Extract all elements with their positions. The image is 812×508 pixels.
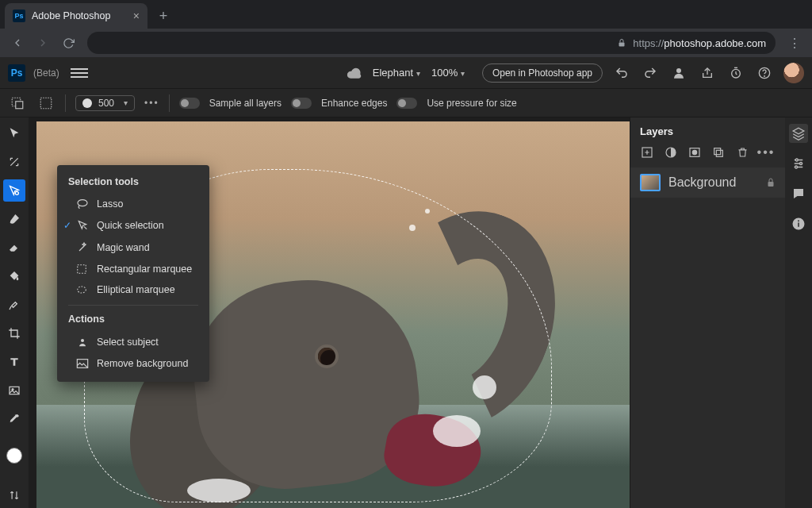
layers-tab-icon[interactable]: [789, 124, 808, 143]
crop-tool[interactable]: [3, 322, 25, 344]
svg-rect-6: [16, 101, 23, 108]
enhance-edges-label: Enhance edges: [321, 98, 387, 109]
browser-menu-icon[interactable]: ⋮: [783, 32, 806, 54]
flyout-item-lasso[interactable]: Lasso: [57, 194, 209, 214]
more-options-icon[interactable]: •••: [144, 98, 159, 109]
enhance-edges-toggle[interactable]: [291, 98, 312, 109]
svg-rect-7: [40, 98, 52, 109]
elliptical-marquee-icon: [76, 284, 89, 295]
svg-point-14: [81, 339, 84, 342]
flyout-action-remove-background[interactable]: Remove background: [57, 353, 209, 374]
add-layer-icon[interactable]: [640, 145, 654, 160]
layer-thumbnail: [640, 174, 661, 191]
sample-all-layers-toggle[interactable]: [179, 98, 200, 109]
brush-size-value: 500: [98, 98, 114, 109]
brush-size-control[interactable]: 500 ▾: [75, 95, 135, 111]
main-menu-button[interactable]: [71, 68, 88, 78]
forward-button[interactable]: [32, 32, 54, 54]
reload-button[interactable]: [57, 32, 79, 54]
eraser-tool[interactable]: [3, 237, 25, 259]
place-image-tool[interactable]: [3, 379, 25, 402]
group-icon[interactable]: [711, 145, 726, 160]
lock-icon: [617, 38, 626, 48]
flyout-item-quick-selection[interactable]: ✓ Quick selection: [57, 214, 209, 237]
fill-tool[interactable]: [3, 265, 25, 287]
brush-preview-icon: [82, 98, 92, 108]
browser-toolbar: https://photoshop.adobe.com ⋮: [0, 29, 812, 57]
svg-point-25: [795, 166, 798, 168]
url-scheme: https://: [633, 37, 664, 49]
browser-tab[interactable]: Ps Adobe Photoshop ×: [5, 3, 147, 29]
svg-point-23: [795, 159, 798, 161]
beta-label: (Beta): [33, 67, 59, 79]
user-avatar[interactable]: [783, 63, 804, 83]
open-in-app-button[interactable]: Open in Photoshop app: [482, 64, 603, 83]
selection-tool[interactable]: [3, 179, 25, 202]
svg-point-4: [764, 75, 765, 76]
divider: [65, 94, 66, 112]
brush-tool[interactable]: [3, 208, 25, 230]
flyout-action-label: Select subject: [97, 337, 159, 348]
layer-row-background[interactable]: Background: [630, 167, 785, 198]
flyout-item-magic-wand[interactable]: Magic wand: [57, 237, 209, 259]
document-controls: Elephant▾ 100%▾: [347, 67, 465, 79]
swap-colors-icon[interactable]: [3, 484, 25, 506]
divider: [169, 94, 170, 112]
delete-icon[interactable]: [735, 145, 749, 160]
cloud-icon: [347, 67, 362, 79]
rectangular-marquee-icon: [76, 264, 89, 275]
account-icon[interactable]: [669, 64, 688, 83]
comments-tab-icon[interactable]: [789, 184, 808, 203]
options-bar: 500 ▾ ••• Sample all layers Enhance edge…: [0, 89, 812, 117]
layer-lock-icon[interactable]: [766, 177, 776, 188]
new-tab-button[interactable]: +: [152, 5, 174, 27]
url-host: photoshop.adobe.com: [664, 37, 766, 49]
lasso-icon: [76, 198, 89, 210]
svg-rect-12: [78, 265, 86, 274]
svg-point-11: [78, 200, 87, 206]
remove-background-icon: [76, 358, 89, 369]
svg-rect-21: [716, 150, 722, 156]
magic-wand-icon: [76, 241, 89, 254]
timer-icon[interactable]: [726, 64, 745, 83]
flyout-item-rectangular-marquee[interactable]: Rectangular marquee: [57, 259, 209, 279]
flyout-heading-tools: Selection tools: [57, 173, 209, 194]
flyout-item-label: Elliptical marquee: [97, 284, 175, 295]
adjustments-tab-icon[interactable]: [789, 154, 808, 173]
chevron-down-icon: ▾: [124, 98, 128, 107]
tab-title: Adobe Photoshop: [32, 10, 110, 21]
back-button[interactable]: [6, 32, 29, 54]
info-tab-icon[interactable]: [789, 214, 808, 233]
sample-all-layers-label: Sample all layers: [209, 98, 282, 109]
svg-rect-20: [714, 148, 721, 155]
layers-more-icon[interactable]: •••: [759, 145, 773, 160]
move-tool[interactable]: [3, 122, 25, 144]
transform-tool[interactable]: [3, 151, 25, 173]
ps-logo-icon: Ps: [8, 64, 25, 82]
flyout-separator: [68, 305, 198, 306]
tab-strip: Ps Adobe Photoshop × +: [0, 0, 812, 29]
svg-rect-27: [798, 223, 799, 227]
healing-tool[interactable]: [3, 294, 25, 316]
mask-icon[interactable]: [688, 145, 702, 160]
undo-button[interactable]: [612, 64, 631, 83]
subtract-selection-icon[interactable]: [36, 94, 56, 113]
color-swatch[interactable]: [6, 448, 22, 464]
redo-button[interactable]: [641, 64, 660, 83]
help-icon[interactable]: [755, 64, 774, 83]
canvas-area[interactable]: Selection tools Lasso ✓ Quick selection …: [29, 117, 630, 508]
adjustment-layer-icon[interactable]: [664, 145, 678, 160]
add-selection-icon[interactable]: [8, 94, 27, 113]
use-pressure-toggle[interactable]: [396, 98, 417, 109]
flyout-action-select-subject[interactable]: Select subject: [57, 331, 209, 353]
eyedropper-tool[interactable]: [3, 408, 25, 430]
tab-close-icon[interactable]: ×: [133, 10, 140, 22]
document-name-dropdown[interactable]: Elephant▾: [373, 67, 420, 79]
address-bar[interactable]: https://photoshop.adobe.com: [87, 32, 776, 54]
text-tool[interactable]: [3, 351, 25, 373]
right-vertical-tabs: [785, 117, 812, 508]
flyout-item-elliptical-marquee[interactable]: Elliptical marquee: [57, 279, 209, 300]
zoom-dropdown[interactable]: 100%▾: [431, 67, 465, 79]
share-icon[interactable]: [698, 64, 717, 83]
svg-point-19: [692, 150, 696, 154]
